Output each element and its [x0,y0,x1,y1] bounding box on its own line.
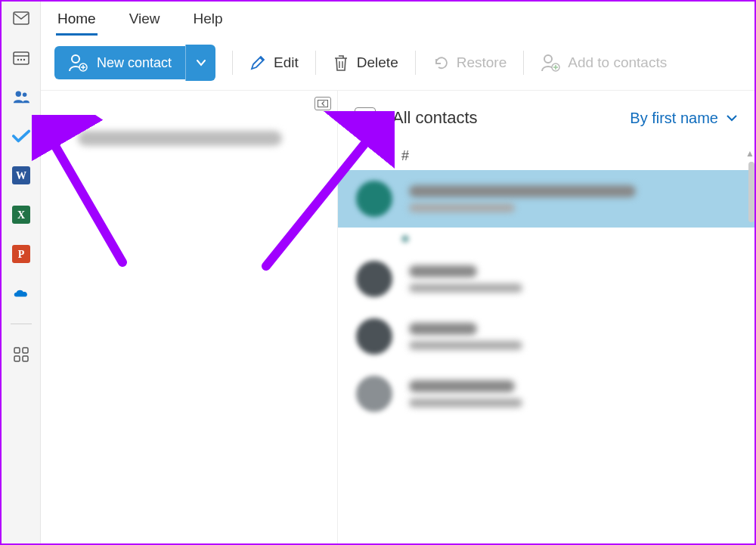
contact-name [409,380,515,392]
mail-icon[interactable] [12,9,30,27]
list-title: All contacts [392,108,613,128]
restore-label: Restore [457,54,507,71]
pencil-icon [249,54,266,71]
people-icon[interactable] [12,88,30,106]
svg-text:W: W [16,170,26,181]
excel-icon[interactable]: X [12,206,30,224]
svg-point-7 [22,92,26,97]
toolbar: New contact Edit Delete Restore [41,36,754,91]
contacts-list-pane: All contacts By first name ▲ # [337,91,754,543]
svg-text:X: X [17,209,24,221]
folder-pane: ❯ [41,91,337,543]
contact-info [409,380,522,407]
delete-label: Delete [357,54,398,71]
contact-sub [409,398,522,407]
svg-rect-16 [14,356,20,361]
calendar-icon[interactable] [12,48,30,67]
svg-point-6 [15,91,20,97]
todo-icon[interactable] [12,127,30,145]
svg-rect-1 [14,52,29,64]
new-contact-dropdown[interactable] [185,45,215,81]
contact-row[interactable] [338,308,754,365]
contact-name [409,185,636,197]
new-contact-button[interactable]: New contact [54,46,185,79]
avatar [356,376,392,412]
account-folder-row[interactable]: ❯ [48,130,330,147]
delete-button[interactable]: Delete [333,54,398,72]
edit-button[interactable]: Edit [249,54,299,71]
trash-icon [333,54,349,72]
restore-icon [432,54,449,71]
avatar [356,318,392,355]
svg-point-5 [23,59,24,60]
sort-label: By first name [630,110,718,127]
tab-view[interactable]: View [128,6,162,36]
scrollbar-thumb[interactable] [748,162,754,222]
select-all-checkbox[interactable] [355,107,376,129]
contact-sub [409,203,515,212]
account-email-label [78,131,282,146]
add-to-contacts-button: Add to contacts [541,54,667,72]
word-icon[interactable]: W [12,166,30,184]
add-to-contacts-label: Add to contacts [568,54,667,71]
more-apps-icon[interactable] [12,345,30,364]
tab-home[interactable]: Home [56,6,98,36]
svg-rect-15 [23,348,28,353]
restore-button: Restore [432,54,507,71]
onedrive-icon[interactable] [12,284,30,302]
tab-help[interactable]: Help [192,6,225,36]
edit-label: Edit [274,54,299,71]
add-contact-icon [541,54,560,72]
avatar [356,261,392,297]
contacts-list: ▲ # [338,142,754,543]
new-contact-icon [68,54,88,72]
scroll-up-icon[interactable]: ▲ [745,148,753,159]
contact-row[interactable] [338,250,754,308]
svg-point-18 [72,55,79,63]
contact-sub [409,283,522,293]
contact-info [409,185,636,212]
svg-rect-14 [14,348,20,353]
group-header-hash: # [338,142,754,170]
collapse-pane-button[interactable] [314,97,331,110]
svg-rect-29 [318,101,328,107]
contact-info [409,265,522,293]
svg-text:P: P [17,249,24,260]
svg-point-4 [20,59,21,60]
contact-name [409,265,477,277]
ribbon-tabs: Home View Help [41,2,754,36]
powerpoint-icon[interactable]: P [12,245,30,263]
rail-divider [11,324,32,324]
contact-sub [409,341,522,350]
app-rail: W X P [2,2,41,543]
contact-row[interactable] [338,365,754,423]
chevron-right-icon: ❯ [54,130,66,147]
svg-point-25 [544,55,552,63]
contact-name [409,323,477,335]
sort-dropdown[interactable]: By first name [630,110,738,127]
new-contact-label: New contact [97,55,172,71]
group-letter-indicator [401,235,409,243]
chevron-down-icon [196,59,206,67]
contact-row[interactable] [338,170,754,228]
svg-rect-0 [14,12,29,24]
contact-info [409,323,522,350]
svg-rect-17 [23,356,28,361]
svg-point-3 [17,59,18,60]
avatar [356,181,392,217]
chevron-down-icon [726,114,738,122]
